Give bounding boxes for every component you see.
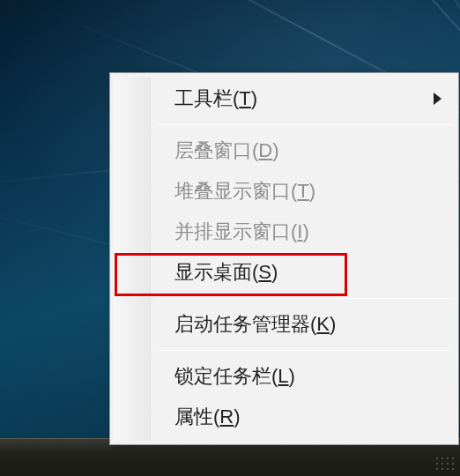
menu-item-lock-taskbar[interactable]: 锁定任务栏(L) <box>113 356 456 397</box>
menu-item-show-desktop[interactable]: 显示桌面(S) <box>113 252 456 293</box>
menu-item-stack-windows[interactable]: 堆叠显示窗口(T) <box>113 171 456 212</box>
menu-item-label: 显示桌面(S) <box>174 259 278 286</box>
taskbar-grip <box>434 455 455 472</box>
menu-item-label: 并排显示窗口(I) <box>174 219 309 245</box>
menu-list: 工具栏(T) 层叠窗口(D) 堆叠显示窗口(T) 并排显示窗口(I) 显示桌面(… <box>113 78 456 437</box>
menu-separator <box>159 350 450 351</box>
menu-item-label: 锁定任务栏(L) <box>174 363 295 390</box>
menu-item-side-by-side-windows[interactable]: 并排显示窗口(I) <box>113 212 456 252</box>
menu-item-properties[interactable]: 属性(R) <box>113 397 456 437</box>
menu-separator <box>159 298 450 299</box>
menu-separator <box>159 124 450 125</box>
menu-item-label: 工具栏(T) <box>174 86 257 112</box>
taskbar-context-menu: 工具栏(T) 层叠窗口(D) 堆叠显示窗口(T) 并排显示窗口(I) 显示桌面(… <box>109 72 459 445</box>
menu-item-label: 层叠窗口(D) <box>174 138 279 164</box>
menu-item-toolbars[interactable]: 工具栏(T) <box>113 78 456 119</box>
submenu-arrow-icon <box>434 93 441 105</box>
menu-item-label: 堆叠显示窗口(T) <box>174 178 315 205</box>
menu-item-task-manager[interactable]: 启动任务管理器(K) <box>113 304 456 345</box>
menu-item-label: 启动任务管理器(K) <box>174 311 336 338</box>
menu-item-label: 属性(R) <box>174 404 241 430</box>
menu-item-cascade-windows[interactable]: 层叠窗口(D) <box>113 130 456 171</box>
